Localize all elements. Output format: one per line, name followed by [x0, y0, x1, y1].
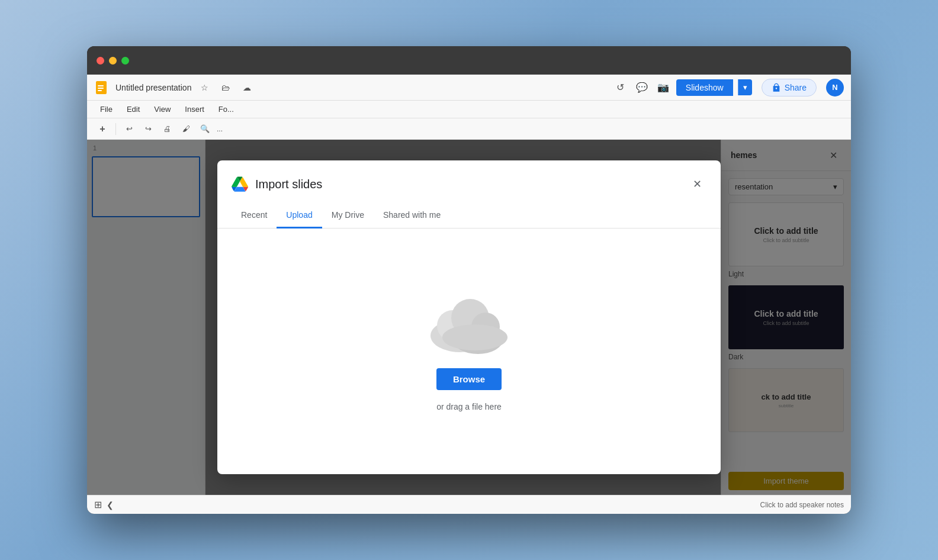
menu-insert[interactable]: Insert — [179, 102, 210, 116]
menu-edit[interactable]: Edit — [121, 102, 146, 116]
modal-title-row: Import slides — [232, 176, 322, 192]
modal-header: Import slides ✕ — [217, 160, 721, 194]
app-window: Untitled presentation ☆ 🗁 ☁ ↺ 💬 📷 Slides… — [87, 46, 851, 514]
tab-shared-with-me[interactable]: Shared with me — [374, 203, 450, 228]
tab-my-drive[interactable]: My Drive — [322, 203, 374, 228]
undo-button[interactable]: ↩ — [121, 121, 137, 137]
secondary-toolbar: + ↩ ↪ 🖨 🖌 🔍 ... — [87, 118, 851, 140]
minimize-button[interactable] — [109, 57, 117, 65]
camera-button[interactable]: 📷 — [655, 79, 672, 96]
redo-button[interactable]: ↪ — [140, 121, 156, 137]
maximize-button[interactable] — [121, 57, 129, 65]
grid-view-button[interactable]: ⊞ — [94, 499, 102, 510]
paint-format-button[interactable]: 🖌 — [178, 121, 194, 137]
cloud-upload-icon — [422, 291, 516, 356]
svg-rect-2 — [98, 88, 104, 89]
menu-view[interactable]: View — [148, 102, 176, 116]
svg-rect-1 — [98, 85, 104, 86]
divider — [115, 123, 116, 135]
cloud-save-button[interactable]: ☁ — [239, 79, 255, 96]
app-icon — [94, 81, 108, 95]
modal-close-button[interactable]: ✕ — [688, 175, 706, 194]
import-slides-modal: Import slides ✕ Recent Upload My Drive S… — [217, 160, 721, 474]
print-button[interactable]: 🖨 — [159, 121, 175, 137]
svg-point-9 — [442, 324, 507, 350]
close-button[interactable] — [97, 57, 104, 65]
zoom-level: ... — [217, 125, 223, 133]
menu-file[interactable]: File — [94, 102, 118, 116]
main-content: 1 hemes ✕ resentation ▾ — [87, 140, 851, 495]
app-toolbar: Untitled presentation ☆ 🗁 ☁ ↺ 💬 📷 Slides… — [87, 75, 851, 101]
speaker-notes-button[interactable]: 💬 — [634, 79, 650, 96]
modal-body: Browse or drag a file here — [217, 228, 721, 474]
tab-upload[interactable]: Upload — [277, 203, 322, 228]
menu-bar: File Edit View Insert Fo... — [87, 101, 851, 118]
bottom-bar: ⊞ ❮ Click to add speaker notes — [87, 495, 851, 514]
speaker-notes-text: Click to add speaker notes — [760, 501, 844, 509]
tab-recent[interactable]: Recent — [232, 203, 277, 228]
drag-text: or drag a file here — [436, 402, 502, 411]
share-button[interactable]: Share — [762, 79, 817, 96]
browse-button[interactable]: Browse — [436, 368, 502, 390]
menu-format[interactable]: Fo... — [213, 102, 240, 116]
add-button[interactable]: + — [94, 121, 111, 137]
star-button[interactable]: ☆ — [196, 79, 213, 96]
history-button[interactable]: ↺ — [612, 79, 629, 96]
traffic-lights — [97, 57, 129, 65]
app-title: Untitled presentation — [115, 83, 191, 92]
modal-overlay[interactable]: Import slides ✕ Recent Upload My Drive S… — [87, 140, 851, 495]
zoom-button[interactable]: 🔍 — [197, 121, 213, 137]
user-avatar[interactable]: N — [826, 79, 844, 96]
collapse-panel-button[interactable]: ❮ — [107, 500, 114, 510]
titlebar — [87, 46, 851, 75]
lock-icon — [772, 83, 781, 92]
modal-tabs: Recent Upload My Drive Shared with me — [217, 203, 721, 228]
share-label: Share — [785, 83, 807, 92]
folder-button[interactable]: 🗁 — [217, 79, 234, 96]
slideshow-button[interactable]: Slideshow — [676, 79, 733, 96]
slideshow-dropdown-button[interactable]: ▾ — [738, 79, 752, 95]
upload-area: Browse or drag a file here — [241, 291, 697, 411]
gdrive-icon — [232, 176, 248, 192]
svg-rect-3 — [98, 90, 102, 91]
modal-title: Import slides — [255, 178, 322, 191]
